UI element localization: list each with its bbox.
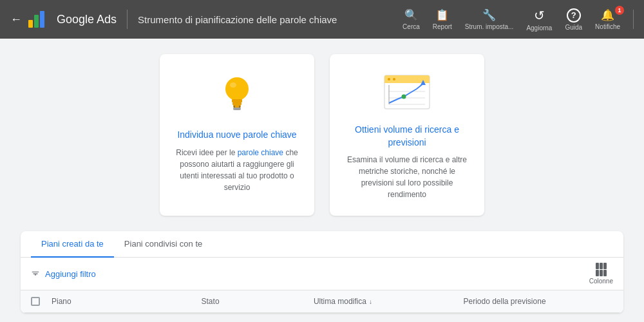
- nav-strumenti-label: Strum. imposta...: [465, 23, 514, 30]
- card-nuove-parole-desc: Ricevi idee per le parole chiave che pos…: [175, 147, 299, 193]
- nav-right-divider: [633, 10, 634, 29]
- filter-icon: [31, 269, 40, 279]
- card-parole-chiave-link: parole chiave: [238, 148, 283, 157]
- svg-point-0: [225, 77, 249, 100]
- th-ultima-modifica-label: Ultima modifica: [314, 297, 366, 306]
- columns-icon: [596, 263, 607, 276]
- svg-point-13: [393, 78, 395, 80]
- card-volume-title: Ottieni volume di ricerca e previsioni: [345, 124, 469, 149]
- svg-point-12: [388, 78, 390, 80]
- nav-guida-button[interactable]: ? Guida: [565, 8, 582, 31]
- google-ads-icon: [28, 11, 46, 28]
- card-nuove-parole[interactable]: Individua nuove parole chiave Ricevi ide…: [160, 54, 314, 216]
- svg-rect-3: [232, 102, 242, 105]
- nav-aggiorna-label: Aggiorna: [526, 24, 552, 32]
- app-logo: [28, 11, 46, 28]
- card-volume-ricerca[interactable]: Ottieni volume di ricerca e previsioni E…: [330, 54, 484, 216]
- svg-point-1: [230, 82, 236, 88]
- filter-row: Aggiungi filtro Colonne: [21, 258, 623, 290]
- th-ultima-modifica[interactable]: Ultima modifica ↓: [314, 297, 464, 306]
- notification-badge: 1: [615, 6, 624, 15]
- nav-cerca-button[interactable]: 🔍 Cerca: [402, 8, 420, 30]
- plans-tabs: Piani creati da te Piani condivisi con t…: [21, 231, 623, 258]
- columns-button[interactable]: Colonne: [589, 263, 613, 285]
- nav-report-label: Report: [433, 23, 452, 30]
- chart-icon: [381, 72, 433, 113]
- page-title: Strumento di pianificazione delle parole…: [138, 14, 402, 25]
- svg-point-18: [402, 95, 406, 99]
- card-nuove-parole-title: Individua nuove parole chiave: [177, 129, 296, 142]
- tab-condivisi[interactable]: Piani condivisi con te: [114, 231, 213, 258]
- nav-divider: [127, 10, 128, 29]
- nav-aggiorna-button[interactable]: ↺ Aggiorna: [526, 8, 552, 32]
- select-all-checkbox[interactable]: [31, 297, 40, 306]
- nav-cerca-label: Cerca: [402, 23, 420, 30]
- tab-creati[interactable]: Piani creati da te: [31, 231, 114, 258]
- th-piano: Piano: [52, 297, 202, 306]
- refresh-icon: ↺: [534, 8, 545, 23]
- tools-icon: 🔧: [482, 8, 496, 22]
- main-content: Individua nuove parole chiave Ricevi ide…: [0, 39, 644, 322]
- th-stato: Stato: [202, 297, 314, 306]
- filter-label[interactable]: Aggiungi filtro: [45, 269, 589, 279]
- option-cards-row: Individua nuove parole chiave Ricevi ide…: [21, 54, 623, 216]
- sort-descending-icon: ↓: [369, 298, 372, 305]
- top-navigation: ← Google Ads Strumento di pianificazione…: [0, 0, 644, 39]
- nav-notifiche-button[interactable]: 🔔 1 Notifiche: [595, 8, 620, 30]
- back-button[interactable]: ←: [10, 13, 22, 26]
- report-icon: 📋: [435, 8, 449, 22]
- nav-notifiche-label: Notifiche: [595, 23, 620, 30]
- nav-report-button[interactable]: 📋 Report: [433, 8, 452, 30]
- lightbulb-icon: [216, 72, 258, 118]
- th-checkbox: [31, 297, 52, 306]
- nav-guida-label: Guida: [565, 24, 582, 31]
- card-volume-desc: Esamina il volume di ricerca e altre met…: [345, 154, 469, 200]
- help-icon: ?: [567, 8, 581, 23]
- svg-rect-8: [233, 108, 241, 110]
- plans-table-section: Piani creati da te Piani condivisi con t…: [21, 231, 623, 313]
- th-periodo-previsione: Periodo della previsione: [463, 297, 613, 306]
- svg-rect-2: [232, 99, 242, 102]
- columns-label: Colonne: [589, 278, 613, 285]
- nav-actions: 🔍 Cerca 📋 Report 🔧 Strum. imposta... ↺ A…: [402, 8, 634, 32]
- nav-strumenti-button[interactable]: 🔧 Strum. imposta...: [465, 8, 514, 30]
- search-icon: 🔍: [404, 8, 418, 22]
- app-brand: Google Ads: [57, 13, 117, 26]
- table-header: Piano Stato Ultima modifica ↓ Periodo de…: [21, 290, 623, 313]
- notification-icon: 🔔: [601, 8, 614, 22]
